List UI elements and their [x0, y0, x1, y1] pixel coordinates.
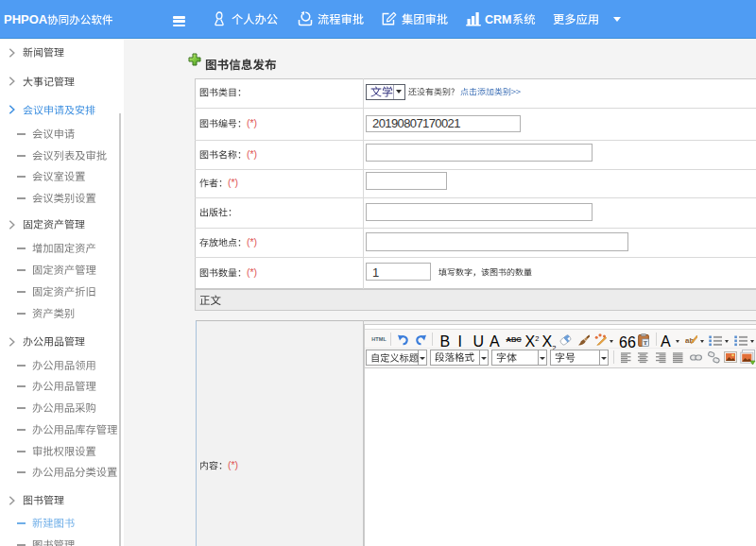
svg-text:T: T [643, 339, 647, 346]
